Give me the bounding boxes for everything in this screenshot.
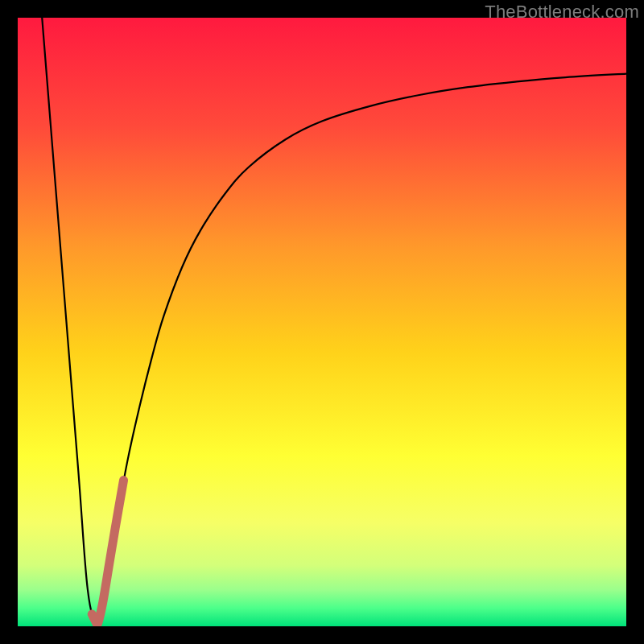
watermark-text: TheBottleneck.com — [485, 2, 639, 23]
chart-svg — [18, 18, 626, 626]
gradient-background — [18, 18, 626, 626]
plot-area — [18, 18, 626, 626]
chart-frame: TheBottleneck.com — [0, 0, 644, 644]
